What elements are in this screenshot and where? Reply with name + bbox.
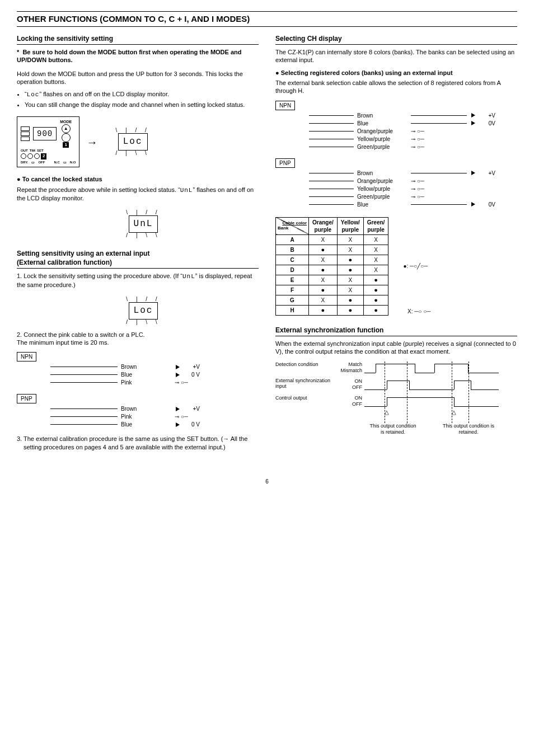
step-2: 2. Connect the pink cable to a switch or… <box>17 331 259 347</box>
lcd-unl: UnL <box>129 215 158 233</box>
bank-cell: H <box>276 305 309 315</box>
bank-cell: B <box>276 245 309 255</box>
wire-blue-2: Blue <box>121 421 171 428</box>
table-row: AXXX <box>276 234 388 245</box>
mode-label: MODE <box>60 119 72 124</box>
b1-seg: Loc <box>27 91 40 98</box>
anno-1: This output condition is retained. <box>368 423 418 436</box>
r-wire-yp: Yellow/purple <box>357 135 407 143</box>
pnp-wiring-diagram: PNP Brown+V Pink⊸ ○─ Blue0 V <box>17 393 259 428</box>
lcd-loc-2: Loc <box>129 302 158 320</box>
device-screen: 900 <box>33 127 57 140</box>
wire-zerov-2: 0 V <box>183 421 200 428</box>
bank-value-cell: ● <box>363 305 388 315</box>
lbl-out: OUT <box>21 149 28 153</box>
left-column: Locking the sensitivity setting * Be sur… <box>17 31 259 456</box>
bank-table: Cable colorBank Orange/ purple Yellow/ p… <box>275 217 388 316</box>
r2-wire-gp: Green/purple <box>357 193 407 200</box>
r-zerov: 0V <box>479 120 495 127</box>
r-wire-blue: Blue <box>357 120 407 127</box>
cancel-pre: Repeat the procedure above while in sett… <box>17 186 180 193</box>
cancel-heading: To cancel the locked status <box>17 175 259 183</box>
npn-label: NPN <box>17 352 36 361</box>
caution-note: * Be sure to hold down the MODE button f… <box>17 48 259 64</box>
npn-label-r: NPN <box>275 101 295 110</box>
lcd-loc: Loc <box>118 133 148 151</box>
extcal-h-l1: Setting sensitivity using an external in… <box>17 250 149 257</box>
r2-wire-yp: Yellow/purple <box>357 185 407 192</box>
r2-plusv: +V <box>479 170 495 177</box>
bank-value-cell: X <box>337 285 363 295</box>
bank-value-cell: X <box>337 234 363 245</box>
bank-cell: F <box>276 285 309 295</box>
lock-bullet-2: You can still change the display mode an… <box>25 101 259 109</box>
lbl-set: SET <box>37 149 44 153</box>
ch-paragraph: The CZ-K1(P) can internally store 8 colo… <box>275 48 517 64</box>
r2-wire-blue: Blue <box>357 201 407 208</box>
bank-value-cell: ● <box>309 305 338 315</box>
wire-pink-2: Pink <box>121 413 171 420</box>
arrow-icon: → <box>86 135 97 149</box>
table-row: CX●X <box>276 255 388 265</box>
wire-plusv: +V <box>183 363 200 370</box>
bank-value-cell: X <box>309 295 338 305</box>
bank-value-cell: ● <box>363 295 388 305</box>
caution-note-text: Be sure to hold down the MODE button fir… <box>17 49 242 63</box>
table-row: EXX● <box>276 275 388 285</box>
step-1: 1. Lock the sensitivity setting using th… <box>17 272 259 289</box>
t-det-label: Detection condition <box>275 361 331 368</box>
s1-seg: UnL <box>182 273 195 280</box>
th-op: Orange/ purple <box>309 217 338 234</box>
leg-closed: ●: <box>403 263 408 269</box>
bank-value-cell: X <box>309 234 338 245</box>
locking-heading: Locking the sensitivity setting <box>17 35 259 45</box>
bank-value-cell: ● <box>337 255 363 265</box>
device-figure: 900 MODE ▲ 1 OUT TIM SET <box>17 116 79 167</box>
r-plusv: +V <box>479 112 495 119</box>
bank-value-cell: ● <box>309 265 338 275</box>
bank-value-cell: ● <box>363 285 388 295</box>
bank-value-cell: X <box>309 255 338 265</box>
extcal-h-l2: (External calibration function) <box>17 259 112 266</box>
bank-value-cell: ● <box>337 265 363 275</box>
npn-wiring-diagram: NPN Brown+V Blue0 V Pink⊸ ○─ <box>17 351 259 386</box>
wire-brown-2: Brown <box>121 405 171 412</box>
anno-2: This output condition is retained. <box>438 423 499 436</box>
r-wire-op: Orange/purple <box>357 128 407 135</box>
bank-value-cell: ● <box>363 275 388 285</box>
wire-brown: Brown <box>121 363 171 370</box>
badge-2: 2 <box>41 153 46 159</box>
r2-wire-op: Orange/purple <box>357 177 407 185</box>
th-yp: Yellow/ purple <box>337 217 363 234</box>
t-off2: OFF <box>331 401 364 408</box>
extcal-heading: Setting sensitivity using an external in… <box>17 250 259 269</box>
bank-cell: G <box>276 295 309 305</box>
t-ctrl-label: Control output <box>275 395 331 402</box>
leg-open: X: <box>407 308 413 314</box>
r-wire-brown: Brown <box>357 112 407 119</box>
t-mismatch: Mismatch <box>331 368 364 374</box>
cancel-paragraph: Repeat the procedure above while in sett… <box>17 186 259 203</box>
t-off: OFF <box>331 384 364 391</box>
bank-value-cell: ● <box>337 305 363 315</box>
wire-zerov: 0 V <box>183 371 200 378</box>
lbl-nc: N.C <box>54 161 59 165</box>
bank-value-cell: X <box>363 255 388 265</box>
b1-post: ” flashes on and off on the LCD display … <box>39 91 169 97</box>
switch-legend: ●: ─○╱○─ <box>403 262 428 270</box>
right-column: Selecting CH display The CZ-K1(P) can in… <box>275 31 517 456</box>
section-title: OTHER FUNCTIONS (COMMON TO C, C + I, AND… <box>17 11 517 27</box>
bank-value-cell: X <box>363 245 388 255</box>
ch-heading: Selecting CH display <box>275 35 517 45</box>
sync-heading: External synchronization function <box>275 326 517 337</box>
lock-bullet-1: “Loc” flashes on and off on the LCD disp… <box>25 90 259 98</box>
pnp-label: PNP <box>17 394 36 403</box>
t-ext-label: External synchronization input <box>275 378 331 389</box>
r2-zerov: 0V <box>479 201 495 208</box>
r-wire-gp: Green/purple <box>357 143 407 151</box>
t-on2: ON <box>331 395 364 402</box>
pnp-label-r: PNP <box>275 158 295 168</box>
bank-value-cell: ● <box>309 285 338 295</box>
wire-blue: Blue <box>121 371 171 378</box>
sel-heading: Selecting registered colors (banks) usin… <box>275 69 517 77</box>
